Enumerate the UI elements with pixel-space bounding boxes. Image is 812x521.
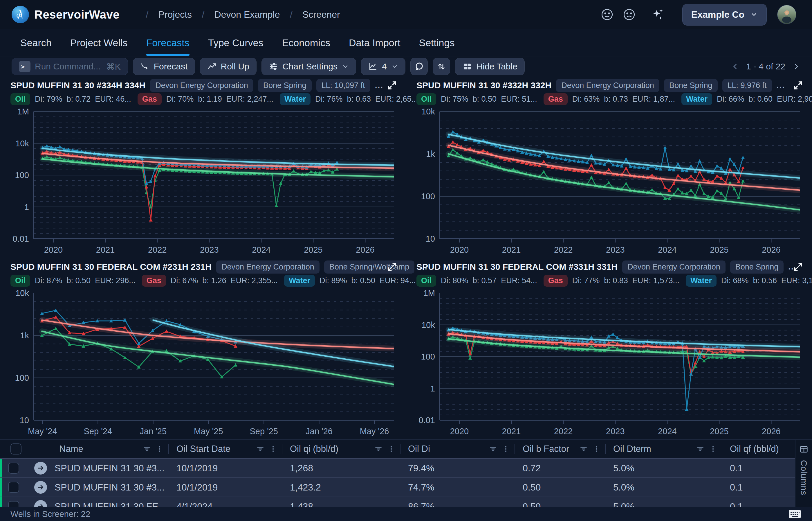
open-well-arrow-icon[interactable] <box>34 500 47 507</box>
smiley-icon[interactable] <box>600 8 614 21</box>
open-well-arrow-icon[interactable] <box>34 481 47 494</box>
stat-group-oil: OilDi: 80% b: 0.57 EUR: 54... <box>416 275 537 287</box>
table-header-oil-di: Oil Di <box>400 440 515 458</box>
sort-order-button[interactable] <box>433 58 450 75</box>
tab-type-curves[interactable]: Type Curves <box>208 29 263 56</box>
open-well-arrow-icon[interactable] <box>34 462 47 475</box>
chart-count-value: 4 <box>382 62 387 71</box>
filter-icon[interactable] <box>489 445 497 453</box>
production-chart[interactable]: 1M10k10010.01202020212022202320242025202… <box>416 288 805 437</box>
production-chart[interactable]: 10k1k100102020202120222023202420252026 <box>416 107 805 255</box>
chart-title-row: SPUD MUFFIN 31 30 FEDERAL COM #331H 331H… <box>416 260 805 273</box>
row-name-cell: SPUD MUFFIN 31 30 FE... <box>0 497 168 507</box>
app-name: ReservoirWave <box>34 8 120 21</box>
kebab-menu-icon[interactable] <box>387 445 395 453</box>
well-badge: Bone Spring <box>664 79 718 92</box>
cell-oil-qf: 0.1 <box>722 478 795 497</box>
gas-pill: Gas <box>142 275 166 287</box>
chart-count-button[interactable]: 4 <box>361 58 405 75</box>
page-next-button[interactable] <box>792 62 801 71</box>
production-chart[interactable]: 1M10k10010.01202020212022202320242025202… <box>10 107 399 255</box>
roll-up-button[interactable]: Roll Up <box>200 58 257 75</box>
logo-derrick-icon <box>11 6 29 23</box>
expand-chart-icon[interactable] <box>387 80 397 92</box>
stat-group-water: WaterDi: 89% b: 0.50 EUR: 94... <box>284 275 416 287</box>
chart-settings-button[interactable]: Chart Settings <box>261 58 356 75</box>
filter-icon[interactable] <box>696 445 704 453</box>
chart-panel-3: SPUD MUFFIN 31 30 FEDERAL COM #231H 231H… <box>0 257 406 439</box>
svg-text:2026: 2026 <box>356 245 375 254</box>
gas-stats-text: Di: 70% b: 1.19 EUR: 2,247... <box>166 95 273 104</box>
table-row[interactable]: SPUD MUFFIN 31 30 FE...4/1/20241,43886.7… <box>0 497 795 507</box>
frowny-icon[interactable] <box>622 8 636 21</box>
filter-icon[interactable] <box>143 445 151 453</box>
cell-oil-b: 0.72 <box>515 459 605 477</box>
run-command-button[interactable]: >_ Run Command... ⌘K <box>11 58 128 75</box>
comments-button[interactable] <box>410 58 428 75</box>
table-row[interactable]: SPUD MUFFIN 31 30 #3...10/1/20191,26879.… <box>0 458 795 477</box>
page-prev-button[interactable] <box>731 62 740 71</box>
row-checkbox[interactable] <box>8 462 19 474</box>
filter-icon[interactable] <box>579 445 588 453</box>
svg-text:1k: 1k <box>20 331 29 340</box>
filter-icon[interactable] <box>374 445 382 453</box>
svg-text:2023: 2023 <box>200 245 219 254</box>
kebab-menu-icon[interactable] <box>156 445 164 453</box>
kebab-menu-icon[interactable] <box>592 445 600 453</box>
stat-group-water: WaterDi: 76% b: 0.63 EUR: 2,65... <box>280 93 418 105</box>
expand-chart-icon[interactable] <box>793 80 803 92</box>
table-row[interactable]: SPUD MUFFIN 31 30 #3...10/1/20191,423.27… <box>0 477 795 497</box>
top-bar: ReservoirWave / Projects / Devon Example… <box>0 0 812 29</box>
cell-oil-di: 86.7% <box>400 497 515 507</box>
filter-icon[interactable] <box>256 445 264 453</box>
well-title: SPUD MUFFIN 31 30 FEDERAL COM #331H 331H <box>416 262 618 272</box>
tab-project-wells[interactable]: Project Wells <box>70 29 128 56</box>
sparkles-icon[interactable] <box>651 7 665 22</box>
more-badges-ellipsis[interactable]: ... <box>375 81 383 90</box>
more-badges-ellipsis[interactable]: ... <box>777 81 785 90</box>
row-checkbox[interactable] <box>8 482 19 493</box>
breadcrumb: / Projects / Devon Example / Screener <box>146 9 340 20</box>
expand-chart-icon[interactable] <box>793 262 803 273</box>
table-icon <box>462 62 472 71</box>
chart-stats-row: OilDi: 87% b: 0.50 EUR: 296...GasDi: 67%… <box>10 274 399 287</box>
tab-economics[interactable]: Economics <box>282 29 330 56</box>
kebab-menu-icon[interactable] <box>502 445 510 453</box>
forecast-button[interactable]: Forecast <box>133 58 195 75</box>
svg-text:2023: 2023 <box>606 245 625 254</box>
well-title: SPUD MUFFIN 31 30 FEDERAL COM #231H 231H <box>10 262 212 272</box>
well-badge: LL: 10,097 ft <box>316 79 370 92</box>
user-avatar[interactable] <box>777 5 796 24</box>
hide-table-button[interactable]: Hide Table <box>455 58 525 75</box>
tab-settings[interactable]: Settings <box>419 29 455 56</box>
columns-panel-toggle[interactable]: Columns <box>795 439 812 507</box>
tab-data-import[interactable]: Data Import <box>349 29 401 56</box>
expand-chart-icon[interactable] <box>387 262 397 273</box>
svg-text:2022: 2022 <box>554 427 573 436</box>
stat-group-oil: OilDi: 79% b: 0.72 EUR: 46... <box>10 93 131 105</box>
svg-text:1: 1 <box>24 202 29 212</box>
org-selector-button[interactable]: Example Co <box>682 4 767 26</box>
select-all-checkbox[interactable] <box>10 444 22 454</box>
keyboard-icon[interactable] <box>788 509 802 519</box>
chart-panel-1: SPUD MUFFIN 31 30 #334H 334HDevon Energy… <box>0 76 406 257</box>
status-bar: Wells in Screener: 22 <box>0 507 812 521</box>
breadcrumb-screener[interactable]: Screener <box>303 9 340 20</box>
cell-oil-qi: 1,438 <box>282 497 400 507</box>
oil-stats-text: Di: 79% b: 0.72 EUR: 46... <box>35 95 131 104</box>
kebab-menu-icon[interactable] <box>269 445 277 453</box>
kebab-menu-icon[interactable] <box>709 445 717 453</box>
oil-stats-text: Di: 80% b: 0.57 EUR: 54... <box>441 276 537 285</box>
breadcrumb-project-name[interactable]: Devon Example <box>214 9 280 20</box>
breadcrumb-separator: / <box>202 9 204 20</box>
svg-text:10: 10 <box>426 234 435 243</box>
svg-text:2024: 2024 <box>658 245 677 254</box>
svg-text:10: 10 <box>20 415 29 425</box>
breadcrumb-projects[interactable]: Projects <box>159 9 192 20</box>
production-chart[interactable]: 10k1k10010May '24Sep '24Jan '25May '25Se… <box>10 288 399 437</box>
water-pill: Water <box>686 275 717 287</box>
tab-forecasts[interactable]: Forecasts <box>146 29 190 56</box>
row-checkbox[interactable] <box>8 501 19 507</box>
app-logo[interactable]: ReservoirWave <box>11 6 120 23</box>
tab-search[interactable]: Search <box>20 29 52 56</box>
